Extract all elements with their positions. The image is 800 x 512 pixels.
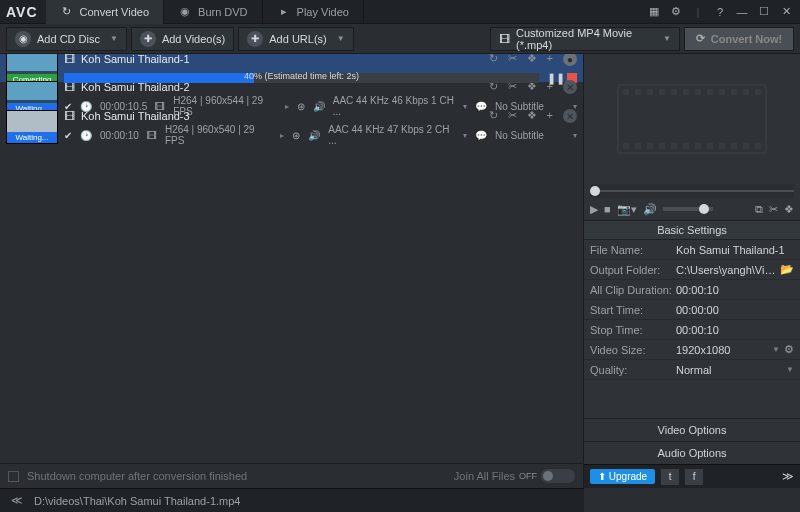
chevron-down-icon[interactable]: ▼	[337, 34, 345, 43]
stop-button[interactable]: ■	[604, 203, 611, 215]
tab-label: Convert Video	[80, 6, 150, 18]
audio-options-button[interactable]: Audio Options	[584, 441, 800, 464]
chevron-down-icon[interactable]: ▼	[772, 345, 780, 354]
remove-icon[interactable]: ●	[563, 54, 577, 66]
join-state: OFF	[519, 471, 537, 481]
effects-icon[interactable]: ❖	[527, 54, 537, 66]
audio-edit-icon[interactable]: ⊛	[292, 130, 300, 141]
snapshot-button[interactable]: 📷▾	[617, 203, 637, 216]
film-reel-icon	[617, 84, 767, 154]
chevron-down-icon[interactable]: ▾	[573, 131, 577, 140]
close-icon[interactable]: ✕	[778, 5, 794, 18]
label: All Clip Duration:	[590, 284, 672, 296]
add-urls-button[interactable]: ✚ Add URL(s) ▼	[238, 27, 353, 51]
nav-forward-button[interactable]: ≫	[782, 470, 794, 483]
remove-icon[interactable]: ✕	[563, 109, 577, 123]
list-item[interactable]: Waiting... 🎞 Koh Samui Thailand-3 ↻ ✂ ❖ …	[0, 112, 583, 141]
film-icon: 🎞	[499, 33, 510, 45]
tab-play-video[interactable]: ▸ Play Video	[263, 0, 364, 24]
cut-icon[interactable]: ✂	[508, 109, 517, 123]
folder-icon[interactable]: 📂	[780, 263, 794, 276]
effects-icon[interactable]: ❖	[527, 109, 537, 123]
audio-info: AAC 44 KHz 47 Kbps 2 CH ...	[328, 124, 455, 146]
cut-icon[interactable]: ✂	[769, 203, 778, 216]
stop-time-value[interactable]: 00:00:10	[676, 324, 794, 336]
help-icon[interactable]: ?	[712, 6, 728, 18]
basic-settings-header: Basic Settings	[584, 220, 800, 240]
chevron-down-icon[interactable]: ▾	[463, 131, 467, 140]
upgrade-button[interactable]: ⬆ Upgrade	[590, 469, 655, 484]
tab-convert-video[interactable]: ↻ Convert Video	[46, 0, 165, 24]
list-item[interactable]: Converting 🎞 Koh Samui Thailand-1 ↻ ✂ ❖ …	[0, 54, 583, 83]
speaker-icon[interactable]: 🔊	[643, 203, 657, 216]
checkmark-icon[interactable]: ✔	[64, 130, 72, 141]
tab-label: Play Video	[297, 6, 349, 18]
chevron-down-icon[interactable]: ▼	[786, 365, 794, 374]
effects-icon[interactable]: ❖	[784, 203, 794, 216]
remove-icon[interactable]: ✕	[563, 80, 577, 94]
refresh-icon: ⟳	[696, 32, 705, 45]
preview-area	[584, 54, 800, 184]
nav-back-button[interactable]: ≪	[8, 494, 26, 507]
convert-now-button[interactable]: ⟳ Convert Now!	[684, 27, 794, 51]
film-icon: 🎞	[64, 110, 75, 122]
thumbnail: Waiting...	[6, 110, 58, 144]
start-time-value[interactable]: 00:00:00	[676, 304, 794, 316]
globe-plus-icon: ✚	[247, 31, 263, 47]
add-icon[interactable]: +	[547, 109, 553, 123]
play-button[interactable]: ▶	[590, 203, 598, 216]
maximize-icon[interactable]: ☐	[756, 5, 772, 18]
quality-value[interactable]: Normal	[676, 364, 782, 376]
output-folder-value[interactable]: C:\Users\yangh\Videos...	[676, 264, 776, 276]
facebook-icon[interactable]: f	[685, 469, 703, 485]
add-icon[interactable]: +	[547, 80, 553, 94]
shutdown-label: Shutdown computer after conversion finis…	[27, 470, 247, 482]
button-label: Convert Now!	[711, 33, 783, 45]
duration: 00:00:10	[100, 130, 139, 141]
tab-burn-dvd[interactable]: ◉ Burn DVD	[164, 0, 263, 24]
chevron-right-icon[interactable]: ▸	[280, 131, 284, 140]
subtitle-info: No Subtitle	[495, 130, 565, 141]
tab-label: Burn DVD	[198, 6, 248, 18]
video-options-button[interactable]: Video Options	[584, 418, 800, 441]
file-name-value[interactable]: Koh Samui Thailand-1	[676, 244, 794, 256]
volume-slider[interactable]	[663, 207, 713, 211]
disc-plus-icon: ◉	[15, 31, 31, 47]
label: Quality:	[590, 364, 672, 376]
gear-icon[interactable]: ⚙	[784, 343, 794, 356]
label: Start Time:	[590, 304, 672, 316]
button-label: Add URL(s)	[269, 33, 326, 45]
progress-bar: 40% (Estimated time left: 2s)	[64, 73, 539, 83]
join-files-label: Join All Files	[454, 470, 515, 482]
add-cd-disc-button[interactable]: ◉ Add CD Disc ▼	[6, 27, 127, 51]
output-profile-dropdown[interactable]: 🎞 Customized MP4 Movie (*.mp4) ▼	[490, 27, 680, 51]
menu-icon[interactable]: ▦	[646, 5, 662, 18]
chevron-down-icon[interactable]: ▼	[663, 34, 671, 43]
film-plus-icon: ✚	[140, 31, 156, 47]
refresh-icon[interactable]: ↻	[489, 109, 498, 123]
status-badge: Waiting...	[7, 132, 57, 143]
video-info: H264 | 960x540 | 29 FPS	[165, 124, 272, 146]
gear-icon[interactable]: ⚙	[668, 5, 684, 18]
refresh-icon: ↻	[60, 5, 74, 19]
add-videos-button[interactable]: ✚ Add Video(s)	[131, 27, 234, 51]
join-files-toggle[interactable]	[541, 469, 575, 483]
clock-icon: 🕑	[80, 130, 92, 141]
label: File Name:	[590, 244, 672, 256]
add-icon[interactable]: +	[547, 54, 553, 66]
chevron-down-icon[interactable]: ▼	[110, 34, 118, 43]
video-size-value[interactable]: 1920x1080	[676, 344, 768, 356]
twitter-icon[interactable]: t	[661, 469, 679, 485]
minimize-icon[interactable]: —	[734, 6, 750, 18]
refresh-icon[interactable]: ↻	[489, 54, 498, 66]
cut-icon[interactable]: ✂	[508, 54, 517, 66]
app-logo: AVC	[6, 4, 38, 20]
profile-label: Customized MP4 Movie (*.mp4)	[516, 27, 653, 51]
seek-slider[interactable]	[590, 184, 794, 198]
link-icon[interactable]: ⧉	[755, 203, 763, 216]
item-name: Koh Samui Thailand-1	[81, 54, 190, 65]
subtitle-icon: 💬	[475, 130, 487, 141]
divider: |	[690, 6, 706, 18]
label: Video Size:	[590, 344, 672, 356]
shutdown-checkbox[interactable]	[8, 471, 19, 482]
